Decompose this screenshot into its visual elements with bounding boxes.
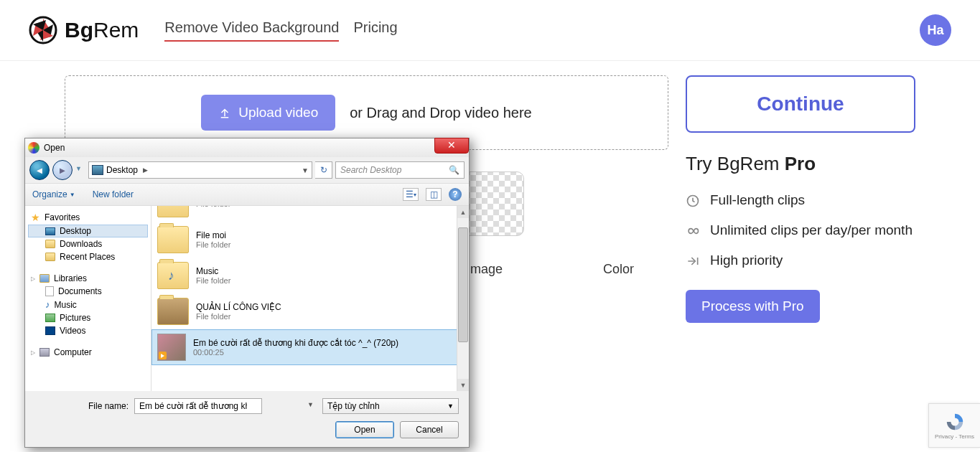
folder-icon	[157, 298, 189, 325]
sidebar: Continue Try BgRem Pro Full-length clips…	[686, 75, 915, 323]
folder-icon	[157, 262, 189, 289]
avatar[interactable]: Ha	[920, 14, 951, 46]
filename-dropdown-icon[interactable]: ▼	[307, 401, 314, 408]
open-button[interactable]: Open	[335, 421, 394, 438]
folder-item[interactable]: File folder	[151, 206, 469, 222]
recaptcha-badge[interactable]: Privacy - Terms	[928, 403, 980, 448]
forward-button[interactable]: ►	[52, 160, 73, 180]
feature-label: Unlimited clips per day/per month	[710, 222, 913, 238]
scrollbar[interactable]: ▲ ▼	[457, 206, 469, 391]
back-button[interactable]: ◄	[29, 160, 50, 180]
help-icon[interactable]: ?	[449, 188, 462, 201]
filename-label: File name:	[35, 401, 129, 411]
nav-remove-bg[interactable]: Remove Video Background	[164, 19, 339, 42]
tab-image[interactable]: Image	[467, 262, 503, 277]
folder-item[interactable]: QUẢN LÍ CÔNG VIỆCFile folder	[151, 293, 469, 329]
file-open-dialog: Open ✕ ◄ ► ▼ Desktop ▶ ▼ ↻ Search Deskto…	[24, 138, 470, 448]
scroll-down-icon[interactable]: ▼	[457, 379, 469, 391]
chevron-right-icon[interactable]: ▶	[141, 166, 150, 174]
feature-label: Full-length clips	[710, 192, 805, 208]
tree-documents[interactable]: Documents	[28, 285, 148, 298]
path-segment[interactable]: Desktop	[106, 165, 138, 175]
nav: Remove Video Background Pricing	[164, 19, 397, 42]
refresh-button[interactable]: ↻	[315, 161, 332, 179]
tree-downloads[interactable]: Downloads	[28, 237, 148, 250]
scroll-thumb[interactable]	[458, 227, 468, 342]
feature-label: High priority	[710, 253, 783, 268]
continue-button[interactable]: Continue	[686, 75, 915, 133]
logo-text: BgRem	[65, 18, 139, 42]
pro-title: Try BgRem Pro	[686, 153, 915, 175]
nav-tree: ★Favorites Desktop Downloads Recent Plac…	[25, 206, 151, 391]
tree-favorites[interactable]: ★Favorites	[28, 210, 148, 225]
history-dropdown[interactable]: ▼	[75, 165, 85, 175]
feature-unlimited: Unlimited clips per day/per month	[686, 222, 915, 238]
aperture-icon	[29, 16, 57, 44]
dialog-footer: File name: ▼ Tệp tùy chỉnh▼ Open Cancel	[25, 391, 469, 446]
dialog-toolbar: Organize ▼ New folder ☰ ▾ ◫ ?	[25, 183, 469, 206]
folder-item[interactable]: File moiFile folder	[151, 222, 469, 258]
video-thumb-icon	[157, 334, 186, 361]
filename-input[interactable]	[134, 398, 262, 414]
search-placeholder: Search Desktop	[340, 165, 401, 175]
dialog-title: Open	[44, 143, 65, 153]
tree-videos[interactable]: Videos	[28, 324, 148, 337]
tree-desktop[interactable]: Desktop	[28, 225, 148, 237]
dialog-nav: ◄ ► ▼ Desktop ▶ ▼ ↻ Search Desktop 🔍	[25, 157, 469, 183]
folder-icon	[157, 206, 189, 217]
new-folder-button[interactable]: New folder	[93, 189, 134, 199]
folder-item[interactable]: MusicFile folder	[151, 258, 469, 293]
tree-music[interactable]: ♪Music	[28, 298, 148, 311]
tree-pictures[interactable]: Pictures	[28, 311, 148, 324]
recaptcha-text: Privacy - Terms	[935, 433, 974, 440]
nav-pricing[interactable]: Pricing	[353, 19, 397, 42]
path-breadcrumb[interactable]: Desktop ▶ ▼	[88, 161, 312, 179]
preview-toggle[interactable]: ◫	[426, 188, 442, 201]
recaptcha-icon	[945, 412, 965, 432]
close-button[interactable]: ✕	[434, 138, 469, 154]
search-input[interactable]: Search Desktop 🔍	[335, 161, 465, 179]
path-dropdown-icon[interactable]: ▼	[302, 166, 309, 174]
upload-icon	[218, 106, 231, 119]
upload-button-label: Upload video	[238, 105, 318, 121]
view-menu[interactable]: ☰ ▾	[403, 188, 419, 201]
organize-menu[interactable]: Organize ▼	[32, 189, 75, 199]
tree-libraries[interactable]: ▷Libraries	[28, 272, 148, 285]
video-file-selected[interactable]: Em bé cười rất dễ thương khi được cắt tó…	[151, 329, 469, 365]
feature-full-length: Full-length clips	[686, 192, 915, 208]
process-pro-button[interactable]: Process with Pro	[686, 290, 820, 323]
tree-computer[interactable]: ▷Computer	[28, 346, 148, 359]
clock-icon	[686, 194, 700, 208]
cancel-button[interactable]: Cancel	[400, 421, 459, 438]
header: BgRem Remove Video Background Pricing Ha	[0, 0, 980, 61]
infinity-icon	[686, 224, 700, 238]
feature-priority: High priority	[686, 253, 915, 268]
tab-color[interactable]: Color	[603, 262, 634, 277]
priority-icon	[686, 254, 700, 268]
file-list[interactable]: File folder File moiFile folder MusicFil…	[151, 206, 469, 391]
drop-text: or Drag and Drop video here	[350, 105, 531, 121]
desktop-icon	[92, 165, 103, 175]
tree-recent[interactable]: Recent Places	[28, 250, 148, 263]
dialog-titlebar[interactable]: Open ✕	[25, 138, 469, 157]
dialog-body: ★Favorites Desktop Downloads Recent Plac…	[25, 206, 469, 391]
upload-button[interactable]: Upload video	[201, 95, 335, 131]
folder-icon	[157, 226, 189, 253]
filetype-select[interactable]: Tệp tùy chỉnh▼	[322, 398, 459, 414]
chrome-icon	[28, 142, 39, 154]
scroll-up-icon[interactable]: ▲	[457, 206, 469, 218]
logo[interactable]: BgRem	[29, 16, 139, 44]
search-icon: 🔍	[449, 165, 459, 175]
